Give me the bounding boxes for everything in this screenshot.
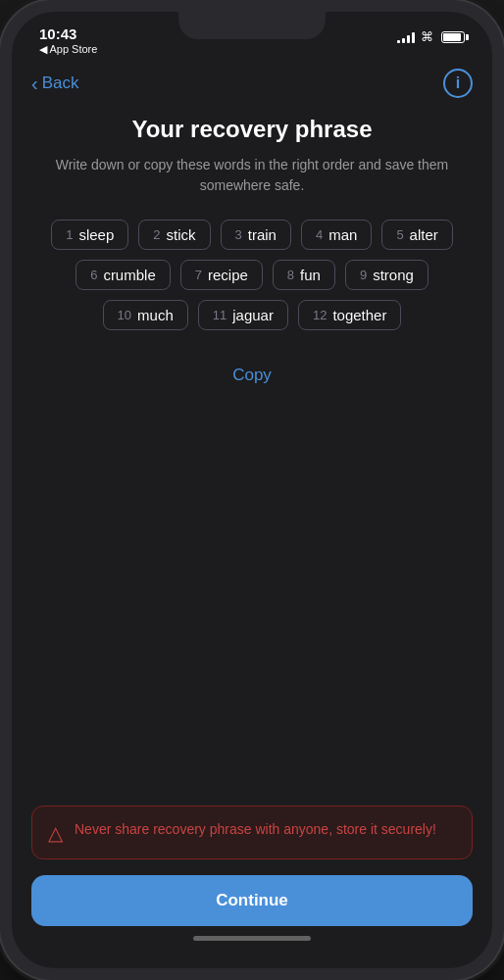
info-icon: i (456, 74, 460, 92)
word-chip-8: 8 fun (273, 260, 335, 290)
phone-frame: 10:43 ◀ App Store ⌘ ‹ Back (0, 0, 504, 980)
home-indicator (193, 936, 311, 941)
word-text-12: together (332, 307, 386, 323)
word-chip-10: 10 much (103, 300, 188, 330)
time-display: 10:43 (39, 25, 97, 43)
copy-button[interactable]: Copy (31, 358, 473, 393)
word-text-9: strong (373, 267, 414, 283)
word-num-11: 11 (213, 308, 227, 322)
word-text-4: man (328, 226, 357, 243)
warning-triangle-icon: △ (48, 821, 63, 845)
wifi-icon: ⌘ (421, 29, 433, 44)
word-chip-2: 2 stick (138, 220, 210, 250)
status-time-area: 10:43 ◀ App Store (39, 25, 97, 56)
info-button[interactable]: i (443, 69, 473, 98)
word-num-8: 8 (287, 268, 294, 282)
app-store-label: ◀ App Store (39, 43, 97, 56)
battery-icon (441, 31, 465, 43)
word-chip-11: 11 jaguar (198, 300, 288, 330)
status-icons: ⌘ (397, 25, 465, 44)
word-num-5: 5 (396, 227, 403, 242)
main-content: Your recovery phrase Write down or copy … (12, 106, 492, 806)
warning-box: △ Never share recovery phrase with anyon… (31, 806, 473, 859)
signal-icon (397, 31, 415, 43)
word-text-1: sleep (78, 226, 114, 243)
word-num-12: 12 (313, 308, 327, 322)
word-text-6: crumble (103, 267, 155, 283)
bottom-area: △ Never share recovery phrase with anyon… (12, 806, 492, 968)
phone-screen: 10:43 ◀ App Store ⌘ ‹ Back (12, 12, 492, 968)
page-subtitle: Write down or copy these words in the ri… (31, 155, 473, 196)
word-num-3: 3 (235, 227, 242, 242)
word-chip-12: 12 together (298, 300, 402, 330)
back-label: Back (42, 74, 79, 93)
word-chip-5: 5 alter (381, 220, 452, 250)
word-text-2: stick (167, 226, 196, 243)
word-num-9: 9 (360, 268, 367, 282)
continue-button[interactable]: Continue (31, 875, 473, 926)
back-chevron-icon: ‹ (31, 74, 38, 93)
word-num-4: 4 (316, 227, 323, 242)
word-text-3: train (248, 226, 277, 243)
word-chip-6: 6 crumble (76, 260, 171, 290)
word-text-8: fun (300, 267, 321, 283)
word-num-1: 1 (66, 227, 73, 242)
notch (178, 12, 326, 39)
word-chip-9: 9 strong (345, 260, 428, 290)
word-text-11: jaguar (232, 307, 274, 323)
word-chip-7: 7 recipe (180, 260, 263, 290)
warning-text: Never share recovery phrase with anyone,… (75, 820, 436, 840)
word-num-10: 10 (118, 308, 131, 322)
word-chip-3: 3 train (221, 220, 291, 250)
nav-bar: ‹ Back i (12, 61, 492, 106)
back-button[interactable]: ‹ Back (31, 74, 78, 93)
word-text-10: much (137, 307, 174, 323)
page-title: Your recovery phrase (31, 116, 473, 143)
word-text-5: alter (410, 226, 438, 243)
word-num-7: 7 (195, 268, 202, 282)
word-num-2: 2 (153, 227, 160, 242)
word-num-6: 6 (90, 268, 97, 282)
recovery-words-grid: 1 sleep 2 stick 3 train 4 man 5 (31, 220, 473, 330)
word-chip-1: 1 sleep (51, 220, 128, 250)
word-text-7: recipe (208, 267, 248, 283)
word-chip-4: 4 man (301, 220, 372, 250)
